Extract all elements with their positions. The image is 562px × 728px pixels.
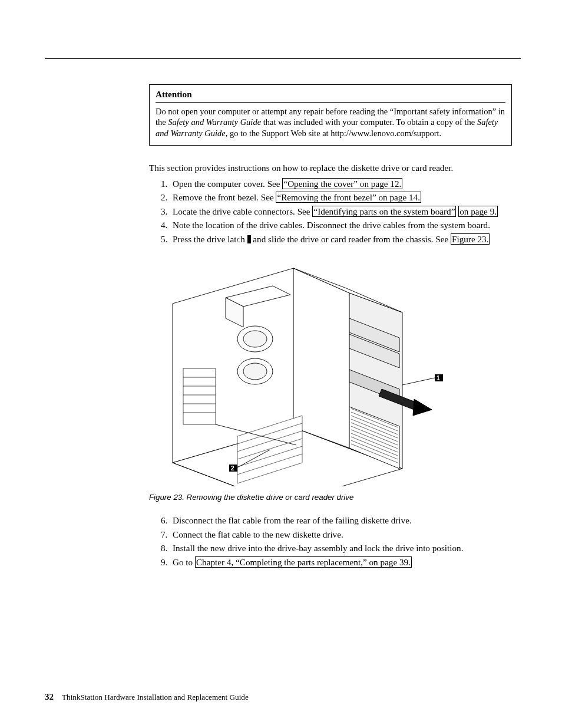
step-number: 3. (161, 206, 173, 218)
step-text: Go to (173, 557, 195, 567)
header-rule (45, 58, 521, 59)
svg-line-31 (402, 378, 435, 385)
step-text: and slide the drive or card reader from … (251, 234, 451, 244)
svg-text:1: 1 (437, 375, 440, 381)
svg-point-17 (243, 363, 267, 380)
step-number: 2. (161, 192, 173, 204)
step-4: 4.Note the location of the drive cables.… (161, 219, 512, 232)
step-8: 8.Install the new drive into the drive-b… (161, 542, 512, 555)
steps-list-1: 1.Open the computer cover. See “Opening … (161, 178, 512, 246)
svg-point-15 (243, 331, 267, 347)
callout-rule (156, 102, 505, 103)
page-number: 32 (45, 692, 54, 701)
document-title: ThinkStation Hardware Installation and R… (62, 693, 249, 701)
page-footer: 32ThinkStation Hardware Installation and… (45, 691, 249, 703)
svg-marker-28 (413, 399, 432, 416)
step-6: 6.Disconnect the flat cable from the rea… (161, 515, 512, 527)
step-text: Install the new drive into the drive-bay… (173, 543, 463, 553)
step-text: Disconnect the flat cable from the rear … (173, 515, 412, 525)
step-text: Remove the front bezel. See (173, 192, 276, 202)
svg-rect-8 (183, 368, 216, 424)
step-9: 9.Go to Chapter 4, “Completing the parts… (161, 556, 512, 569)
document-page: Attention Do not open your computer or a… (0, 0, 562, 728)
callout-body: Do not open your computer or attempt any… (156, 106, 505, 140)
svg-text:2: 2 (231, 465, 234, 472)
steps-list-2: 6.Disconnect the flat cable from the rea… (161, 515, 512, 568)
step-2: 2.Remove the front bezel. See “Removing … (161, 192, 512, 204)
step-text: Locate the drive cable connectors. See (173, 206, 312, 216)
step-text: Connect the flat cable to the new disket… (173, 529, 343, 539)
step-number: 1. (161, 178, 173, 190)
link-identifying-parts-page[interactable]: on page 9. (458, 206, 498, 217)
step-number: 8. (161, 542, 173, 555)
step-number: 5. (161, 233, 173, 246)
figure-23: 1 2 (149, 262, 512, 486)
step-text: Open the computer cover. See (173, 179, 282, 189)
intro-paragraph: This section provides instructions on ho… (149, 162, 512, 174)
step-5: 5.Press the drive latch 1 and slide the … (161, 233, 512, 246)
step-number: 6. (161, 515, 173, 527)
callout-text: that was included with your computer. To… (261, 117, 477, 127)
step-number: 4. (161, 219, 173, 232)
callout-title: Attention (156, 88, 505, 101)
step-text: Press the drive latch (173, 234, 247, 244)
step-1: 1.Open the computer cover. See “Opening … (161, 178, 512, 190)
figure-callout-1: 1 (402, 374, 443, 385)
main-content: Attention Do not open your computer or a… (149, 84, 512, 570)
step-3: 3.Locate the drive cable connectors. See… (161, 206, 512, 218)
callout-text: , go to the Support Web site at http://w… (226, 129, 442, 138)
link-figure-23[interactable]: Figure 23. (451, 233, 490, 245)
link-removing-front-bezel[interactable]: “Removing the front bezel” on page 14. (276, 192, 421, 203)
step-7: 7.Connect the flat cable to the new disk… (161, 529, 512, 541)
safety-guide-ref1: Safety and Warranty Guide (168, 117, 261, 127)
step-number: 9. (161, 556, 173, 569)
step-number: 7. (161, 529, 173, 541)
link-opening-cover[interactable]: “Opening the cover” on page 12. (282, 178, 402, 189)
computer-chassis-illustration: 1 2 (149, 262, 512, 486)
attention-callout: Attention Do not open your computer or a… (149, 84, 512, 146)
step-text: Note the location of the drive cables. D… (173, 220, 490, 230)
link-completing-parts-replacement[interactable]: Chapter 4, “Completing the parts replace… (195, 556, 412, 568)
figure-caption: Figure 23. Removing the diskette drive o… (149, 492, 512, 503)
link-identifying-parts[interactable]: “Identifying parts on the system board” (312, 206, 456, 217)
